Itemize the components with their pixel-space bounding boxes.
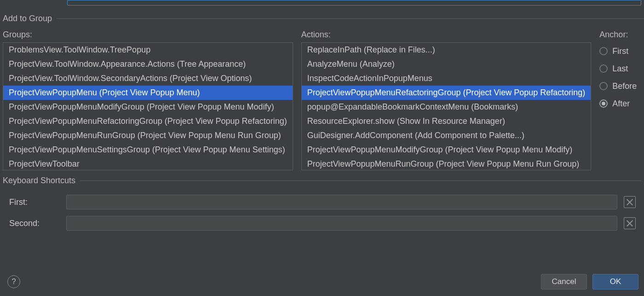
groups-column: Groups: ProblemsView.ToolWindow.TreePopu… bbox=[3, 30, 293, 170]
add-to-group-title: Add to Group bbox=[2, 14, 57, 23]
anchor-radio-group: FirstLastBeforeAfter bbox=[599, 42, 644, 112]
second-shortcut-input[interactable] bbox=[66, 216, 617, 231]
groups-label: Groups: bbox=[3, 30, 293, 40]
list-item[interactable]: ProjectViewToolbar bbox=[3, 157, 293, 170]
anchor-option-before[interactable]: Before bbox=[599, 77, 644, 95]
cancel-button[interactable]: Cancel bbox=[541, 274, 587, 290]
second-shortcut-label: Second: bbox=[9, 219, 60, 228]
list-item[interactable]: AnalyzeMenu (Analyze) bbox=[302, 57, 591, 71]
groups-listbox[interactable]: ProblemsView.ToolWindow.TreePopupProject… bbox=[3, 42, 293, 170]
top-input-row bbox=[3, 0, 641, 8]
radio-icon bbox=[599, 47, 608, 55]
list-item[interactable]: GuiDesigner.AddComponent (Add Component … bbox=[302, 128, 591, 143]
radio-icon bbox=[599, 99, 608, 108]
ok-button[interactable]: OK bbox=[592, 274, 638, 290]
list-item[interactable]: ReplaceInPath (Replace in Files...) bbox=[302, 43, 591, 57]
add-to-group-section: Add to Group Groups: ProblemsView.ToolWi… bbox=[3, 14, 644, 170]
anchor-option-label: Before bbox=[612, 81, 637, 91]
clear-second-shortcut-icon[interactable] bbox=[624, 217, 636, 229]
anchor-option-after[interactable]: After bbox=[599, 95, 644, 112]
radio-icon bbox=[599, 64, 608, 73]
list-item[interactable]: ProjectViewPopupMenuRunGroup (Project Vi… bbox=[302, 157, 591, 170]
first-shortcut-label: First: bbox=[9, 197, 60, 207]
help-icon[interactable]: ? bbox=[7, 275, 20, 288]
anchor-option-label: Last bbox=[612, 64, 628, 74]
spacer bbox=[3, 0, 67, 6]
anchor-option-label: First bbox=[612, 46, 628, 56]
list-item[interactable]: ResourceExplorer.show (Show In Resource … bbox=[302, 114, 591, 128]
actions-listbox[interactable]: ReplaceInPath (Replace in Files...)Analy… bbox=[301, 42, 592, 170]
radio-icon bbox=[599, 82, 608, 90]
keyboard-shortcuts-section: Keyboard Shortcuts First: Second: bbox=[3, 176, 641, 231]
list-item[interactable]: InspectCodeActionInPopupMenus bbox=[302, 71, 591, 86]
list-item[interactable]: ProjectViewPopupMenuModifyGroup (Project… bbox=[302, 143, 591, 157]
dialog-footer: ? Cancel OK bbox=[0, 272, 644, 291]
anchor-option-first[interactable]: First bbox=[599, 42, 644, 60]
list-item[interactable]: ProjectViewPopupMenu (Project View Popup… bbox=[3, 86, 293, 100]
shortcuts-grid: First: Second: bbox=[3, 192, 641, 231]
keyboard-shortcuts-title: Keyboard Shortcuts bbox=[2, 176, 80, 186]
list-item[interactable]: ProblemsView.ToolWindow.TreePopup bbox=[3, 43, 293, 57]
anchor-option-last[interactable]: Last bbox=[599, 60, 644, 77]
first-shortcut-input[interactable] bbox=[66, 195, 617, 209]
actions-label: Actions: bbox=[301, 30, 592, 40]
list-item[interactable]: ProjectViewPopupMenuModifyGroup (Project… bbox=[3, 100, 293, 114]
dialog-root: Add to Group Groups: ProblemsView.ToolWi… bbox=[0, 0, 644, 296]
anchor-column: Anchor: FirstLastBeforeAfter bbox=[599, 30, 644, 170]
list-item[interactable]: ProjectViewPopupMenuRunGroup (Project Vi… bbox=[3, 128, 293, 143]
list-item[interactable]: ProjectViewPopupMenuSettingsGroup (Proje… bbox=[3, 143, 293, 157]
list-item[interactable]: ProjectViewPopupMenuRefactoringGroup (Pr… bbox=[302, 86, 591, 100]
list-item[interactable]: ProjectView.ToolWindow.Appearance.Action… bbox=[3, 57, 293, 71]
add-to-group-columns: Groups: ProblemsView.ToolWindow.TreePopu… bbox=[3, 30, 644, 170]
clear-first-shortcut-icon[interactable] bbox=[624, 196, 636, 208]
top-focused-input[interactable] bbox=[67, 0, 641, 6]
anchor-option-label: After bbox=[612, 99, 630, 109]
list-item[interactable]: ProjectView.ToolWindow.SecondaryActions … bbox=[3, 71, 293, 86]
list-item[interactable]: ProjectViewPopupMenuRefactoringGroup (Pr… bbox=[3, 114, 293, 128]
list-item[interactable]: popup@ExpandableBookmarkContextMenu (Boo… bbox=[302, 100, 591, 114]
anchor-label: Anchor: bbox=[599, 30, 644, 40]
actions-column: Actions: ReplaceInPath (Replace in Files… bbox=[301, 30, 592, 170]
